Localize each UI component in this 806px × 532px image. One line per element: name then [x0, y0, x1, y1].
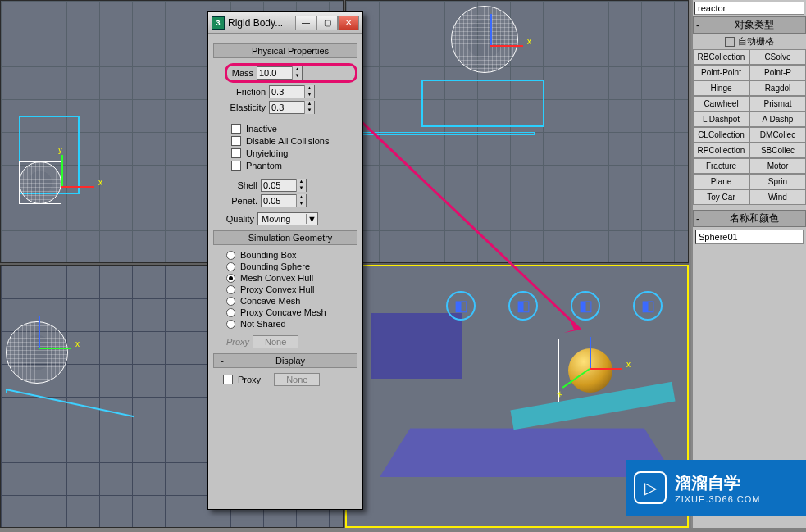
- elasticity-label: Elasticity: [213, 102, 266, 112]
- maximize-button[interactable]: ▢: [316, 16, 338, 30]
- object-outline: [6, 389, 194, 393]
- friction-label: Friction: [220, 87, 266, 97]
- simgeom-option[interactable]: Concave Mesh: [226, 296, 357, 306]
- radio-icon[interactable]: [226, 274, 235, 283]
- mass-input[interactable]: [257, 67, 292, 79]
- radio-label: Proxy Concave Mesh: [240, 307, 326, 317]
- radio-label: Bounding Sphere: [240, 261, 310, 271]
- category-dropdown[interactable]: reactor: [694, 2, 804, 15]
- autogrid-checkbox[interactable]: [725, 37, 735, 47]
- rollout-label: 对象类型: [706, 18, 803, 32]
- mass-spinner[interactable]: ▲▼: [257, 66, 303, 80]
- simgeom-option[interactable]: Not Shared: [226, 319, 357, 329]
- simgeom-option[interactable]: Proxy Convex Hull: [226, 284, 357, 294]
- radio-label: Concave Mesh: [240, 296, 300, 306]
- viewport-front[interactable]: [345, 0, 689, 263]
- rollout-physical-properties[interactable]: - Physical Properties: [213, 43, 357, 58]
- create-type-button[interactable]: CLCollection: [693, 127, 749, 143]
- create-type-button[interactable]: Wind: [749, 189, 806, 205]
- create-type-button[interactable]: Point-P: [749, 65, 806, 80]
- penet-spinner[interactable]: ▲▼: [261, 194, 307, 207]
- display-proxy-none-button[interactable]: None: [274, 373, 320, 386]
- shell-spinner[interactable]: ▲▼: [261, 179, 307, 192]
- helper-icon[interactable]: ◧: [633, 291, 663, 321]
- spin-up-icon[interactable]: ▲: [292, 66, 302, 73]
- create-type-button[interactable]: Prismat: [749, 96, 806, 111]
- create-type-button[interactable]: A Dashp: [749, 111, 806, 127]
- radio-icon[interactable]: [226, 308, 235, 317]
- create-type-button[interactable]: SBCollec: [749, 143, 806, 158]
- shell-input[interactable]: [262, 180, 296, 191]
- transform-gizmo[interactable]: [581, 343, 631, 393]
- unyielding-label: Unyielding: [246, 148, 288, 158]
- radio-icon[interactable]: [226, 320, 235, 329]
- minimize-button[interactable]: —: [295, 16, 316, 30]
- create-type-button[interactable]: Plane: [693, 174, 749, 189]
- category-value: reactor: [698, 3, 726, 13]
- penet-input[interactable]: [262, 195, 296, 207]
- create-type-button[interactable]: Toy Car: [693, 189, 749, 205]
- inactive-checkbox[interactable]: [231, 124, 241, 134]
- helper-icon[interactable]: ◧: [446, 291, 476, 321]
- rollout-name-and-color[interactable]: - 名称和颜色: [693, 210, 806, 227]
- collapse-icon: -: [217, 46, 227, 56]
- spin-down-icon[interactable]: ▼: [292, 73, 302, 80]
- create-type-button[interactable]: CSolve: [749, 49, 806, 65]
- create-type-button[interactable]: RBCollection: [693, 49, 749, 65]
- display-proxy-checkbox[interactable]: [223, 375, 233, 384]
- helper-icons: ◧ ◧ ◧ ◧: [446, 291, 663, 321]
- command-panel: reactor - 对象类型 自动栅格 RBCollectionCSolvePo…: [691, 0, 806, 528]
- quality-value: Moving: [258, 214, 306, 224]
- collapse-icon: -: [696, 20, 706, 31]
- inactive-checkbox-row: Inactive: [231, 124, 357, 134]
- autogrid-label: 自动栅格: [738, 35, 774, 48]
- radio-icon[interactable]: [226, 262, 235, 271]
- collapse-icon: -: [217, 356, 227, 366]
- proxy-label: Proxy: [220, 337, 249, 347]
- dialog-title: Rigid Body...: [228, 17, 295, 29]
- simgeom-option[interactable]: Mesh Convex Hull: [226, 273, 357, 283]
- radio-label: Mesh Convex Hull: [240, 273, 313, 283]
- create-type-button[interactable]: Carwheel: [693, 96, 749, 111]
- create-type-button[interactable]: Ragdol: [749, 80, 806, 96]
- rollout-simulation-geometry[interactable]: - Simulation Geometry: [213, 230, 357, 245]
- unyielding-checkbox[interactable]: [231, 148, 241, 158]
- simgeom-option[interactable]: Proxy Concave Mesh: [226, 307, 357, 317]
- proxy-none-button[interactable]: None: [253, 335, 298, 348]
- phantom-checkbox[interactable]: [231, 161, 241, 171]
- elasticity-spinner[interactable]: ▲▼: [269, 101, 315, 114]
- close-button[interactable]: ✕: [338, 16, 359, 30]
- create-type-button[interactable]: Fracture: [693, 158, 749, 174]
- create-type-button[interactable]: Sprin: [749, 174, 806, 189]
- rollout-display[interactable]: - Display: [213, 353, 357, 368]
- object-outline: [354, 132, 535, 135]
- quality-dropdown[interactable]: Moving ▼: [257, 212, 318, 225]
- create-type-button[interactable]: Point-Point: [693, 65, 749, 80]
- create-type-button[interactable]: RPCollection: [693, 143, 749, 158]
- object-name-input[interactable]: Sphere01: [695, 230, 804, 244]
- rollout-object-types[interactable]: - 对象类型: [693, 16, 806, 34]
- create-type-button[interactable]: L Dashpot: [693, 111, 749, 127]
- axis-gizmo: [482, 20, 531, 70]
- simgeom-option[interactable]: Bounding Sphere: [226, 261, 357, 271]
- mass-row-highlight: Mass ▲▼: [225, 63, 357, 83]
- friction-input[interactable]: [270, 86, 304, 98]
- create-type-button[interactable]: Hinge: [693, 80, 749, 96]
- elasticity-input[interactable]: [270, 102, 304, 113]
- disable-collisions-checkbox[interactable]: [231, 136, 241, 146]
- object-name-value: Sphere01: [699, 232, 738, 242]
- dialog-titlebar[interactable]: 3 Rigid Body... — ▢ ✕: [208, 12, 362, 34]
- rollout-label: Simulation Geometry: [227, 233, 353, 243]
- helper-icon[interactable]: ◧: [571, 291, 600, 321]
- radio-icon[interactable]: [226, 285, 235, 294]
- create-type-button[interactable]: DMCollec: [749, 127, 806, 143]
- collapse-icon: -: [696, 213, 706, 225]
- friction-spinner[interactable]: ▲▼: [269, 85, 315, 98]
- radio-icon[interactable]: [226, 297, 235, 306]
- simgeom-option[interactable]: Bounding Box: [226, 250, 357, 260]
- create-type-button[interactable]: Motor: [749, 158, 806, 174]
- phantom-label: Phantom: [246, 161, 282, 171]
- helper-icon[interactable]: ◧: [508, 291, 538, 321]
- radio-icon[interactable]: [226, 251, 235, 260]
- radio-label: Not Shared: [240, 319, 286, 329]
